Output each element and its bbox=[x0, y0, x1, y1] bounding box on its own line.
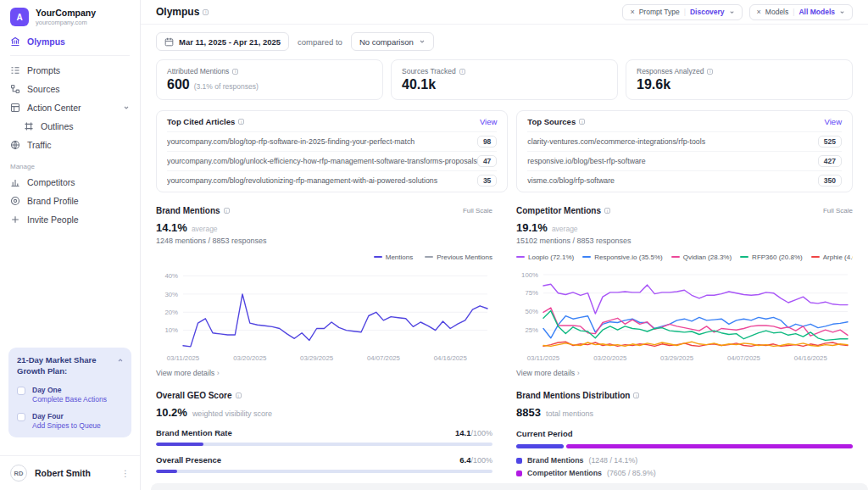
view-link[interactable]: View bbox=[825, 117, 842, 126]
sidebar-item-brand-profile[interactable]: Brand Profile bbox=[0, 192, 140, 210]
citation-count-badge: 35 bbox=[477, 175, 497, 187]
info-icon[interactable]: i bbox=[579, 119, 585, 125]
view-more-link[interactable]: View more details bbox=[516, 369, 580, 377]
sidebar-item-sources[interactable]: Sources bbox=[0, 80, 140, 98]
legend-swatch bbox=[740, 256, 748, 258]
article-url: yourcompany.com/blog/revolutionizing-rfp… bbox=[167, 176, 477, 185]
bank-icon bbox=[10, 36, 20, 47]
brand-mentions-line-chart[interactable]: 10%20%30%40%03/11/202503/20/202503/29/20… bbox=[156, 264, 492, 364]
svg-text:03/11/2025: 03/11/2025 bbox=[527, 354, 560, 362]
workspace-switcher[interactable]: A YourCompany yourcompany.com bbox=[0, 0, 140, 32]
sidebar-item-label: Action Center bbox=[27, 103, 81, 113]
sidebar-item-label: Outlines bbox=[41, 121, 74, 131]
chevron-up-icon[interactable] bbox=[117, 357, 124, 364]
stat-card-attributed-mentions: Attributed Mentionsi 600(3.1% of respons… bbox=[156, 59, 383, 100]
citation-count-badge: 47 bbox=[477, 155, 497, 167]
progress-fill bbox=[156, 470, 177, 473]
prompt-type-filter-chip[interactable]: × Prompt Type | Discovery bbox=[622, 4, 742, 20]
metric-label: Overall Presence bbox=[156, 455, 459, 465]
topbar: Olympus i × Prompt Type | Discovery × Mo… bbox=[141, 0, 868, 25]
svg-text:20%: 20% bbox=[164, 309, 178, 316]
plan-checkbox[interactable] bbox=[17, 387, 25, 395]
svg-text:75%: 75% bbox=[525, 289, 538, 297]
brand-segment bbox=[516, 444, 564, 448]
legend-swatch bbox=[516, 256, 525, 258]
sidebar-item-invite-people[interactable]: Invite People bbox=[0, 210, 140, 229]
brand-mention-rate-bar: Brand Mention Rate 14.1/100% bbox=[156, 428, 492, 446]
table-row[interactable]: responsive.io/blog/best-rfp-software 427 bbox=[527, 151, 842, 170]
competitor-segment bbox=[566, 444, 853, 448]
svg-text:03/20/2025: 03/20/2025 bbox=[233, 354, 267, 362]
info-icon[interactable]: i bbox=[707, 69, 713, 75]
info-icon[interactable]: i bbox=[604, 208, 610, 214]
sidebar-item-competitors[interactable]: Competitors bbox=[0, 173, 140, 192]
models-filter-chip[interactable]: × Models | All Models bbox=[749, 4, 853, 20]
growth-plan-title: 21-Day Market Share Growth Plan: bbox=[17, 355, 112, 377]
svg-text:03/20/2025: 03/20/2025 bbox=[593, 354, 627, 362]
average-label: average bbox=[552, 225, 578, 233]
user-menu[interactable]: RD Robert Smith ⋮ bbox=[0, 455, 140, 490]
list-icon bbox=[10, 65, 20, 75]
date-range-button[interactable]: Mar 11, 2025 - Apr 21, 2025 bbox=[156, 32, 289, 51]
full-scale-toggle[interactable]: Full Scale bbox=[823, 207, 853, 214]
legend-item: Responsive.io (35.5%) bbox=[582, 253, 662, 261]
legend-swatch bbox=[516, 471, 522, 476]
view-more-link[interactable]: View more details bbox=[156, 369, 220, 377]
close-icon[interactable]: × bbox=[630, 8, 634, 16]
avatar: RD bbox=[10, 465, 27, 482]
sidebar-item-traffic[interactable]: Traffic bbox=[0, 136, 140, 154]
filter-label: Models bbox=[765, 8, 788, 16]
view-link[interactable]: View bbox=[480, 117, 497, 126]
info-icon[interactable]: i bbox=[203, 9, 209, 15]
svg-text:03/11/2025: 03/11/2025 bbox=[167, 354, 200, 362]
growth-plan-card: 21-Day Market Share Growth Plan: Day One… bbox=[8, 348, 131, 437]
sitemap-icon bbox=[10, 84, 20, 94]
svg-text:25%: 25% bbox=[525, 326, 538, 334]
period-label: Current Period bbox=[516, 429, 853, 438]
comparison-select[interactable]: No comparison bbox=[351, 32, 434, 51]
average-value: 14.1% bbox=[156, 221, 187, 234]
metric-label: Brand Mention Rate bbox=[156, 428, 455, 437]
sidebar-item-label: Traffic bbox=[27, 140, 52, 150]
legend-item: RFP360 (20.8%) bbox=[740, 253, 803, 261]
average-label: average bbox=[192, 225, 218, 233]
plan-task-label: Add Snipes to Queue bbox=[32, 421, 101, 430]
sidebar-item-action-center[interactable]: Action Center bbox=[0, 98, 140, 117]
sidebar-item-outlines[interactable]: Outlines bbox=[0, 117, 140, 136]
stat-value: 40.1k bbox=[402, 77, 436, 92]
stat-suffix: (3.1% of responses) bbox=[194, 82, 259, 91]
workspace-name: YourCompany bbox=[36, 8, 96, 19]
source-url: responsive.io/blog/best-rfp-software bbox=[527, 157, 817, 165]
panel-title: Top Cited Articles bbox=[167, 117, 235, 126]
user-name: Robert Smith bbox=[35, 468, 114, 478]
table-row[interactable]: yourcompany.com/blog/top-rfp-software-in… bbox=[167, 131, 497, 151]
table-row[interactable]: visme.co/blog/rfp-software 350 bbox=[527, 170, 842, 190]
full-scale-toggle[interactable]: Full Scale bbox=[463, 207, 492, 214]
info-icon[interactable]: i bbox=[459, 69, 465, 75]
table-row[interactable]: yourcompany.com/blog/unlock-efficiency-h… bbox=[167, 151, 497, 170]
average-value: 19.1% bbox=[516, 221, 548, 234]
kebab-menu-icon[interactable]: ⋮ bbox=[121, 469, 130, 478]
info-icon[interactable]: i bbox=[238, 119, 244, 125]
sidebar-item-prompts[interactable]: Prompts bbox=[0, 61, 140, 80]
chevron-down-icon[interactable] bbox=[123, 104, 130, 111]
close-icon[interactable]: × bbox=[757, 8, 761, 16]
svg-text:30%: 30% bbox=[164, 291, 178, 298]
table-row[interactable]: yourcompany.com/blog/revolutionizing-rfp… bbox=[167, 170, 497, 190]
table-row[interactable]: clarity-ventures.com/ecommerce-integrati… bbox=[527, 131, 842, 151]
info-icon[interactable]: i bbox=[232, 69, 238, 75]
info-icon[interactable]: i bbox=[224, 208, 230, 214]
stat-card-responses-analyzed: Responses Analyzedi 19.6k bbox=[626, 59, 853, 100]
metric-value: 14.1 bbox=[455, 428, 471, 437]
sidebar-item-label: Brand Profile bbox=[27, 196, 79, 206]
section-title: Brand Mentions bbox=[156, 206, 220, 215]
competitor-mentions-line-chart[interactable]: 25%50%75%100%03/11/202503/20/202503/29/2… bbox=[516, 264, 853, 364]
plan-day-label: Day Four bbox=[32, 412, 101, 420]
plan-item-day-one: Day One Complete Base Actions bbox=[17, 386, 123, 404]
info-icon[interactable]: i bbox=[633, 393, 639, 398]
legend-item: Brand Mentions (1248 / 14.1%) bbox=[516, 456, 853, 465]
sidebar-item-olympus[interactable]: Olympus bbox=[0, 32, 140, 51]
info-icon[interactable]: i bbox=[236, 393, 242, 398]
plan-checkbox[interactable] bbox=[17, 413, 25, 421]
svg-text:04/16/2025: 04/16/2025 bbox=[794, 354, 828, 362]
